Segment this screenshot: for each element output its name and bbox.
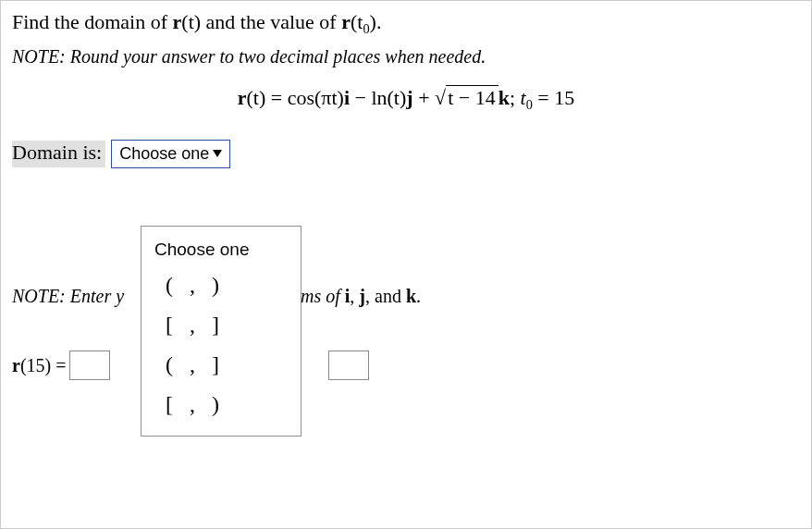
note-enter-right: ms of i, j, and k. [301, 286, 421, 307]
r-of-t-arg: (t) [181, 10, 201, 33]
sqrt-symbol: √ [435, 86, 446, 109]
r-of-t0-close: ) [370, 10, 376, 33]
domain-dropdown: Choose one ( , ) [ , ] ( , ] [ , ) [141, 226, 301, 437]
answer-arg: (15) = [20, 355, 67, 376]
r-of-t0-fn: r [341, 10, 351, 33]
domain-select[interactable]: Choose one [111, 140, 230, 168]
r-of-t0-open: (t [351, 10, 363, 33]
eqn-lhs: (t) = cos(πt) [247, 86, 344, 109]
eqn-minus: − ln(t) [350, 86, 406, 109]
domain-select-value: Choose one [119, 144, 209, 164]
dropdown-option-closed-open[interactable]: [ , ) [141, 385, 301, 424]
dropdown-option-closed-closed[interactable]: [ , ] [141, 305, 301, 345]
eqn-k: k [498, 86, 510, 109]
sqrt-radicand: t − 14 [446, 85, 498, 109]
dropdown-option-open-open[interactable]: ( , ) [141, 265, 301, 305]
eqn-j: j [406, 86, 412, 109]
r-of-t-fn: r [173, 10, 182, 33]
answer-input-1[interactable] [69, 351, 110, 380]
question-heading: Find the domain of r(t) and the value of… [12, 10, 800, 37]
answer-fn: r [12, 355, 20, 376]
domain-label: Domain is: [12, 141, 105, 167]
eqn-eq15: = 15 [533, 86, 574, 109]
question-prefix: Find the domain of [12, 10, 173, 33]
answer-input-3[interactable] [328, 351, 369, 380]
r-of-t0-sub: 0 [363, 21, 369, 36]
question-mid: and the value of [201, 10, 341, 33]
eqn-plus: + [413, 86, 435, 109]
note-round: NOTE: Round your answer to two decimal p… [12, 46, 800, 68]
chevron-down-icon [213, 150, 222, 157]
question-period: . [376, 10, 382, 33]
dropdown-header: Choose one [141, 227, 301, 265]
eqn-sep: ; [510, 86, 521, 109]
eqn-fn: r [238, 86, 247, 109]
answer-row: r(15) = [12, 351, 372, 380]
eqn-t0-var: t0 [521, 86, 533, 109]
equation: r(t) = cos(πt)i − ln(t)j + √t − 14k; t0 … [12, 86, 800, 113]
note-enter-left: NOTE: Enter y [12, 286, 124, 307]
